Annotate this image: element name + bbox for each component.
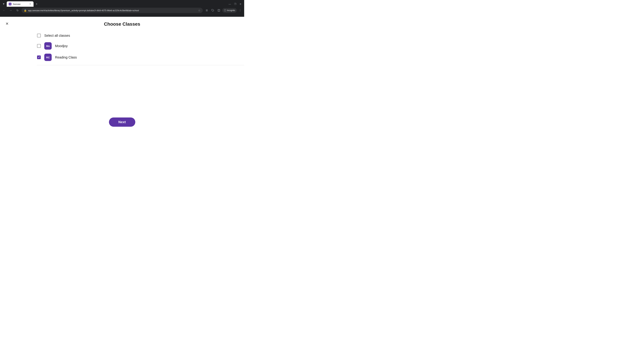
next-button[interactable]: Next	[109, 117, 135, 127]
back-btn[interactable]: ←	[1, 8, 7, 13]
moodjoy-avatar: Mo	[44, 42, 52, 50]
url-text: app.seesaw.me/#/activities/library?premi…	[28, 9, 197, 12]
reading-class-checkbox[interactable]	[37, 55, 41, 59]
svg-point-5	[240, 11, 240, 11]
moodjoy-checkbox[interactable]	[37, 44, 41, 48]
page-title: Choose Classes	[0, 17, 244, 27]
select-all-checkbox-wrapper[interactable]	[37, 33, 41, 37]
moodjoy-class-name: Moodjoy	[55, 44, 68, 48]
extensions-btn[interactable]	[204, 8, 210, 13]
classes-container: Select all classes Mo Moodjoy RC Reading…	[0, 27, 151, 61]
close-page-btn[interactable]: ✕	[4, 21, 10, 27]
svg-point-4	[240, 10, 240, 10]
close-window-btn[interactable]: ✕	[238, 2, 243, 6]
select-all-checkbox[interactable]	[37, 34, 41, 37]
reload-btn[interactable]: ↻	[15, 8, 20, 13]
divider	[37, 65, 244, 65]
url-bar[interactable]: 🔒 app.seesaw.me/#/activities/library?pre…	[22, 8, 203, 13]
forward-btn[interactable]: →	[8, 8, 14, 13]
split-screen-btn[interactable]	[216, 8, 222, 13]
minimize-btn[interactable]: —	[228, 2, 232, 6]
reading-class-avatar: RC	[44, 54, 52, 61]
page-content: ✕ Choose Classes Select all classes Mo M…	[0, 17, 244, 137]
class-row-moodjoy: Mo Moodjoy	[37, 42, 151, 50]
tab-dropdown-btn[interactable]: ▼	[1, 2, 6, 6]
extensions-puzzle-btn[interactable]	[210, 8, 216, 13]
browser-tab-seesaw[interactable]: S Seesaw ✕	[7, 1, 34, 7]
window-controls: — ❐ ✕	[228, 2, 243, 6]
address-bar: ← → ↻ 🔒 app.seesaw.me/#/activities/libra…	[0, 7, 244, 14]
class-row-reading-class: RC Reading Class	[37, 54, 151, 61]
secure-icon: 🔒	[24, 9, 27, 12]
reading-class-checkbox-wrapper[interactable]	[37, 55, 41, 59]
tab-title-text: Seesaw	[13, 3, 28, 5]
incognito-btn[interactable]: Incognito	[222, 8, 237, 13]
more-menu-btn[interactable]	[238, 8, 243, 13]
maximize-btn[interactable]: ❐	[233, 2, 238, 6]
select-all-row: Select all classes	[37, 33, 151, 37]
bookmark-icon[interactable]: ☆	[198, 9, 200, 12]
tab-favicon: S	[9, 3, 12, 5]
new-tab-btn[interactable]: +	[34, 2, 39, 6]
moodjoy-checkbox-wrapper[interactable]	[37, 44, 41, 48]
svg-point-3	[240, 9, 240, 10]
tab-close-btn[interactable]: ✕	[29, 3, 32, 5]
select-all-label: Select all classes	[44, 34, 70, 37]
reading-class-name: Reading Class	[55, 55, 77, 59]
browser-chrome: ▼ S Seesaw ✕ + — ❐ ✕ ← → ↻ 🔒 app.seesaw.…	[0, 0, 244, 17]
browser-actions: Incognito	[204, 8, 243, 13]
tab-bar: ▼ S Seesaw ✕ + — ❐ ✕	[0, 0, 244, 7]
